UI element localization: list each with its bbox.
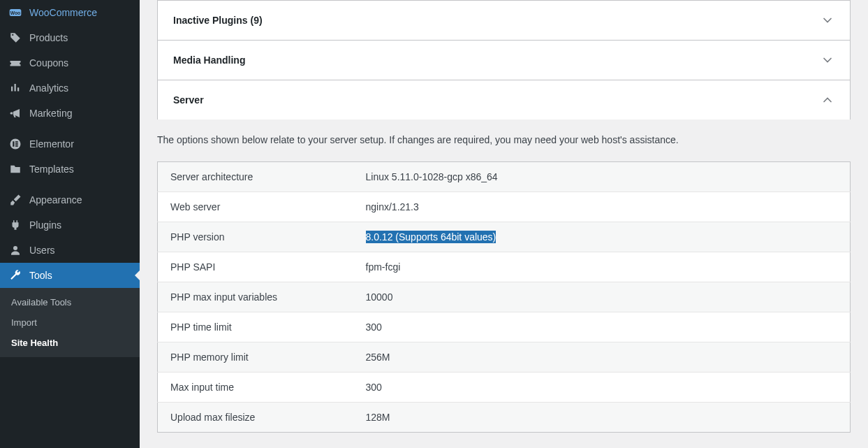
megaphone-icon — [8, 106, 22, 120]
sidebar-item-users[interactable]: Users — [0, 238, 140, 263]
row-label: PHP time limit — [158, 312, 353, 342]
sidebar-item-woocommerce[interactable]: Woo WooCommerce — [0, 0, 140, 25]
sidebar-item-label: Plugins — [29, 219, 61, 231]
row-value: Linux 5.11.0-1028-gcp x86_64 — [353, 162, 851, 192]
table-row: PHP memory limit 256M — [158, 342, 851, 373]
svg-point-7 — [13, 246, 17, 250]
sidebar-item-label: WooCommerce — [29, 7, 97, 18]
sidebar-item-plugins[interactable]: Plugins — [0, 212, 140, 238]
wrench-icon — [8, 268, 22, 282]
sidebar-item-elementor[interactable]: Elementor — [0, 131, 140, 157]
row-label: PHP memory limit — [158, 342, 353, 373]
row-label: Server architecture — [158, 162, 353, 192]
submenu-site-health[interactable]: Site Health — [0, 333, 140, 353]
row-label: Web server — [158, 192, 353, 222]
accordion-header-inactive-plugins[interactable]: Inactive Plugins (9) — [158, 1, 850, 40]
row-label: PHP max input variables — [158, 282, 353, 312]
sidebar-item-marketing[interactable]: Marketing — [0, 101, 140, 126]
table-row: Max input time 300 — [158, 373, 851, 403]
server-description: The options shown below relate to your s… — [157, 119, 851, 161]
folder-icon — [8, 162, 22, 176]
user-icon — [8, 243, 22, 257]
table-row: PHP version 8.0.12 (Supports 64bit value… — [158, 222, 851, 252]
row-value: 256M — [353, 342, 851, 373]
section-title: Media Handling — [173, 55, 245, 66]
sidebar-item-label: Products — [29, 32, 68, 43]
sidebar-item-coupons[interactable]: Coupons — [0, 50, 140, 75]
section-media-handling: Media Handling — [157, 40, 851, 80]
table-row: PHP time limit 300 — [158, 312, 851, 342]
table-row: PHP SAPI fpm-fcgi — [158, 252, 851, 282]
main-content: Inactive Plugins (9) Media Handling Serv… — [140, 0, 868, 448]
plug-icon — [8, 218, 22, 232]
table-row: Upload max filesize 128M — [158, 403, 851, 433]
sidebar-item-appearance[interactable]: Appearance — [0, 187, 140, 212]
svg-text:Woo: Woo — [10, 10, 20, 15]
sidebar-item-label: Tools — [29, 270, 52, 281]
admin-sidebar: Woo WooCommerce Products Coupons Analyti… — [0, 0, 140, 448]
svg-rect-4 — [15, 141, 18, 143]
row-value: 128M — [353, 403, 851, 433]
accordion-header-media-handling[interactable]: Media Handling — [158, 41, 850, 80]
row-label: Max input time — [158, 373, 353, 403]
ticket-icon — [8, 56, 22, 70]
sidebar-item-products[interactable]: Products — [0, 25, 140, 50]
row-value: nginx/1.21.3 — [353, 192, 851, 222]
svg-rect-6 — [15, 145, 18, 147]
sidebar-item-label: Appearance — [29, 194, 82, 205]
accordion-header-server[interactable]: Server — [158, 80, 850, 120]
elementor-icon — [8, 137, 22, 151]
row-label: PHP SAPI — [158, 252, 353, 282]
svg-rect-5 — [15, 143, 18, 145]
section-title: Server — [173, 94, 204, 106]
submenu-available-tools[interactable]: Available Tools — [0, 292, 140, 312]
php-version-highlighted[interactable]: 8.0.12 (Supports 64bit values) — [366, 231, 496, 243]
row-value: 300 — [353, 312, 851, 342]
section-server: Server — [157, 80, 851, 120]
chevron-down-icon — [821, 53, 834, 67]
sidebar-item-label: Elementor — [29, 138, 74, 150]
section-title: Inactive Plugins (9) — [173, 15, 263, 26]
svg-rect-3 — [13, 141, 14, 147]
row-label: Upload max filesize — [158, 403, 353, 433]
row-value: 300 — [353, 373, 851, 403]
row-label: PHP version — [158, 222, 353, 252]
tools-submenu: Available Tools Import Site Health — [0, 288, 140, 357]
sidebar-item-tools[interactable]: Tools — [0, 263, 140, 288]
sidebar-item-label: Users — [29, 245, 55, 256]
sidebar-item-analytics[interactable]: Analytics — [0, 75, 140, 101]
row-value: 10000 — [353, 282, 851, 312]
sidebar-item-label: Marketing — [29, 108, 72, 119]
chart-icon — [8, 81, 22, 95]
table-row: Web server nginx/1.21.3 — [158, 192, 851, 222]
woo-icon: Woo — [8, 6, 22, 20]
sidebar-item-templates[interactable]: Templates — [0, 157, 140, 182]
submenu-import[interactable]: Import — [0, 312, 140, 333]
section-inactive-plugins: Inactive Plugins (9) — [157, 0, 851, 41]
server-info-table: Server architecture Linux 5.11.0-1028-gc… — [157, 161, 851, 433]
sidebar-item-label: Coupons — [29, 57, 68, 68]
brush-icon — [8, 193, 22, 207]
sidebar-item-label: Templates — [29, 164, 74, 175]
row-value: fpm-fcgi — [353, 252, 851, 282]
table-row: Server architecture Linux 5.11.0-1028-gc… — [158, 162, 851, 192]
sidebar-item-label: Analytics — [29, 82, 68, 94]
table-row: PHP max input variables 10000 — [158, 282, 851, 312]
chevron-down-icon — [821, 13, 834, 27]
tag-icon — [8, 31, 22, 45]
row-value: 8.0.12 (Supports 64bit values) — [353, 222, 851, 252]
chevron-up-icon — [821, 93, 834, 107]
